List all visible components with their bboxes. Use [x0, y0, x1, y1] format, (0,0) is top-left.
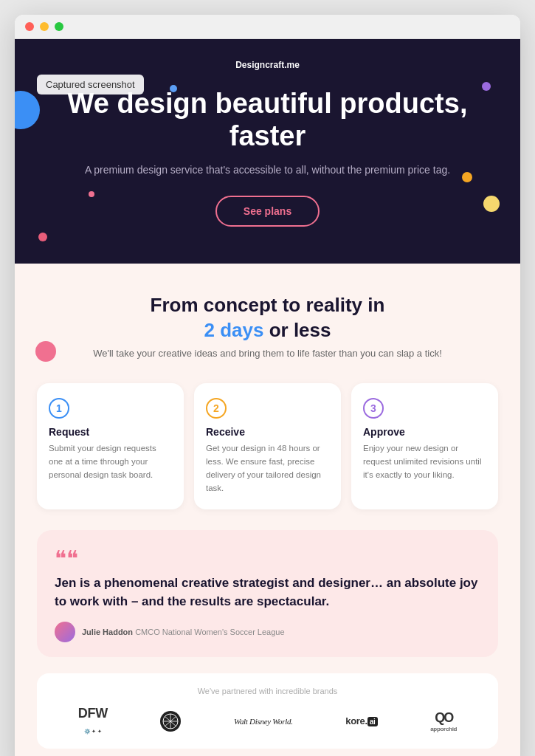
step-1-title: Request [49, 426, 172, 438]
content-heading-highlight: 2 days [204, 319, 263, 341]
hero-subtitle: A premium design service that's accessib… [44, 162, 491, 178]
step-number-3: 3 [363, 398, 486, 419]
testimonial-quote: Jen is a phenomenal creative strategist … [55, 574, 480, 611]
content-subtitle: We'll take your creative ideas and bring… [37, 346, 498, 361]
decorative-circle-yellow [483, 196, 500, 212]
decorative-circle-purple [482, 82, 491, 91]
minimize-button-icon[interactable] [40, 22, 49, 31]
step-2-description: Get your design in 48 hours or less. We … [206, 442, 329, 495]
step-card-2: 2 Receive Get your design in 48 hours or… [194, 383, 341, 509]
close-button-icon[interactable] [25, 22, 34, 31]
site-logo: Designcraft.me [44, 60, 491, 70]
screenshot-badge: Captured screenshot [37, 75, 144, 94]
testimonial-author: Julie Haddon CMCO National Women's Socce… [55, 622, 480, 642]
step-3-description: Enjoy your new design or request unlimit… [363, 442, 486, 481]
decorative-circle-pink-small [89, 191, 94, 197]
step-2-title: Receive [206, 426, 329, 438]
step-number-1: 1 [49, 398, 172, 419]
partners-section: We've partnered with incredible brands D… [37, 673, 498, 749]
step-card-1: 1 Request Submit your design requests on… [37, 383, 184, 509]
author-role-text: CMCO National Women's Soccer League [135, 628, 284, 636]
content-heading-line1: From concept to reality in [151, 294, 385, 316]
partner-logo-apporchid: QO apporchid [430, 710, 457, 732]
decorative-circle-blue-large [15, 91, 40, 129]
partners-logos: DFW⚙️ ✦ ✦ Walt Disney World. kore.a [52, 706, 483, 737]
maximize-button-icon[interactable] [55, 22, 63, 31]
see-plans-button[interactable]: See plans [215, 196, 320, 227]
hero-section: Designcraft.me We design beautiful produ… [15, 39, 520, 264]
partner-logo-kore: kore.ai [345, 715, 377, 726]
content-section: From concept to reality in 2 days or les… [15, 264, 520, 756]
step-number-2: 2 [206, 398, 329, 419]
quote-mark-icon: ❝❝ [55, 548, 480, 570]
partner-logo-dfw: DFW⚙️ ✦ ✦ [78, 706, 108, 737]
step-2-circle: 2 [206, 398, 227, 419]
step-3-circle: 3 [363, 398, 384, 419]
decorative-circle-red [38, 233, 47, 241]
content-heading-line2: or less [269, 319, 331, 341]
browser-toolbar [15, 15, 520, 39]
author-avatar [55, 622, 75, 642]
decorative-circle-orange [462, 172, 472, 182]
browser-window: Captured screenshot Designcraft.me We de… [15, 15, 520, 756]
step-1-description: Submit your design requests one at a tim… [49, 442, 172, 481]
step-card-3: 3 Approve Enjoy your new design or reque… [351, 383, 498, 509]
content-heading: From concept to reality in 2 days or les… [37, 293, 498, 343]
partner-logo-bp [160, 711, 181, 732]
author-name: Julie Haddon [82, 628, 133, 636]
step-3-title: Approve [363, 426, 486, 438]
step-1-circle: 1 [49, 398, 69, 419]
decorative-circle-blue-small [170, 85, 177, 92]
author-info: Julie Haddon CMCO National Women's Socce… [82, 628, 285, 636]
steps-row: 1 Request Submit your design requests on… [37, 383, 498, 509]
testimonial-card: ❝❝ Jen is a phenomenal creative strategi… [37, 530, 498, 656]
partners-title: We've partnered with incredible brands [52, 687, 483, 695]
partner-logo-disney: Walt Disney World. [234, 717, 293, 726]
hero-headline: We design beautiful products, faster [44, 88, 491, 152]
